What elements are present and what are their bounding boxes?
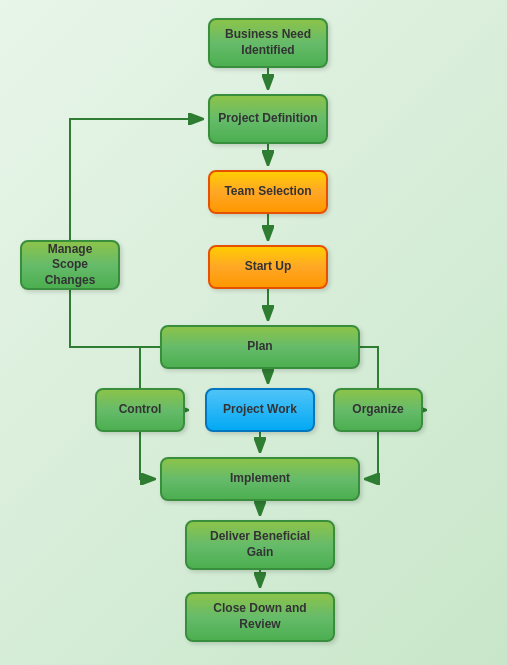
project-definition-box: Project Definition [208, 94, 328, 144]
organize-box: Organize [333, 388, 423, 432]
deliver-box: Deliver Beneficial Gain [185, 520, 335, 570]
manage-scope-box: Manage Scope Changes [20, 240, 120, 290]
implement-box: Implement [160, 457, 360, 501]
close-down-box: Close Down and Review [185, 592, 335, 642]
plan-box: Plan [160, 325, 360, 369]
start-up-box: Start Up [208, 245, 328, 289]
project-work-box: Project Work [205, 388, 315, 432]
team-selection-box: Team Selection [208, 170, 328, 214]
flowchart: Business Need Identified Project Definit… [0, 0, 507, 665]
control-box: Control [95, 388, 185, 432]
business-need-box: Business Need Identified [208, 18, 328, 68]
